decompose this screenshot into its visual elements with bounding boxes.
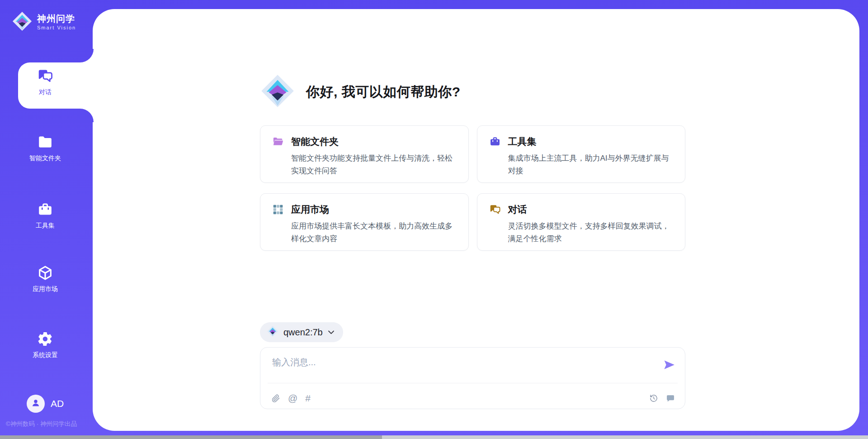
tab-concave-top: [79, 49, 94, 62]
diamond-logo-icon: [12, 11, 33, 33]
sidebar-item-label: 系统设置: [33, 351, 58, 359]
attachment-icon[interactable]: [271, 394, 280, 403]
composer-left-tools: @ #: [271, 393, 311, 403]
briefcase-icon: [489, 136, 501, 148]
hashtag-icon[interactable]: #: [305, 393, 311, 403]
model-selector[interactable]: qwen2:7b: [260, 322, 343, 342]
mention-icon[interactable]: @: [288, 393, 297, 403]
sidebar-item-label: 智能文件夹: [29, 154, 61, 162]
message-icon[interactable]: [666, 394, 675, 403]
card-title: 对话: [508, 203, 527, 216]
composer-divider: [268, 383, 678, 383]
gear-icon: [37, 331, 53, 347]
card-smart-folder[interactable]: 智能文件夹 智能文件夹功能支持批量文件上传与清洗，轻松实现文件问答: [260, 125, 469, 183]
send-button[interactable]: [662, 358, 676, 372]
sidebar-item-smart-folder[interactable]: 智能文件夹: [0, 134, 90, 162]
sidebar-item-app-market[interactable]: 应用市场: [0, 265, 90, 293]
feature-cards: 智能文件夹 智能文件夹功能支持批量文件上传与清洗，轻松实现文件问答 工具集 集成…: [260, 125, 685, 251]
chat-bubbles-icon: [37, 68, 53, 84]
card-title: 智能文件夹: [291, 135, 339, 148]
sidebar-item-label: 工具集: [36, 222, 55, 230]
horizontal-scrollbar[interactable]: [0, 435, 868, 439]
brand-logo: 神州问学 Smart Vision: [12, 11, 76, 33]
folder-icon: [37, 134, 53, 150]
user-profile[interactable]: AD: [0, 395, 90, 413]
main-content: 你好, 我可以如何帮助你? 智能文件夹 智能文件夹功能支持批量文件上传与清洗，轻…: [260, 74, 685, 409]
send-icon: [663, 358, 675, 371]
diamond-logo-icon: [267, 325, 278, 339]
card-description: 灵活切换多模型文件，支持多样回复效果调试，满足个性化需求: [508, 220, 674, 245]
diamond-logo-icon: [260, 73, 295, 110]
chat-bubbles-icon: [489, 204, 501, 215]
brand-name: 神州问学: [37, 14, 76, 24]
grid-icon: [272, 204, 284, 215]
sidebar-item-toolset[interactable]: 工具集: [0, 201, 90, 230]
message-composer: @ #: [260, 347, 685, 409]
sidebar-item-label: 应用市场: [33, 285, 58, 293]
greeting-title: 你好, 我可以如何帮助你?: [306, 83, 461, 101]
card-description: 智能文件夹功能支持批量文件上传与清洗，轻松实现文件问答: [291, 152, 457, 177]
card-title: 工具集: [508, 135, 537, 148]
toolbox-icon: [37, 201, 53, 218]
copyright-text: ©神州数码 · 神州问学出品: [6, 420, 96, 428]
card-description: 应用市场提供丰富长文本模板，助力高效生成多样化文章内容: [291, 220, 457, 245]
user-name: AD: [51, 398, 64, 409]
chevron-down-icon: [328, 328, 335, 336]
message-input[interactable]: [260, 348, 685, 379]
card-app-market[interactable]: 应用市场 应用市场提供丰富长文本模板，助力高效生成多样化文章内容: [260, 193, 469, 251]
card-title: 应用市场: [291, 203, 329, 216]
brand-subtitle: Smart Vision: [37, 25, 76, 30]
tab-concave-bottom: [79, 109, 94, 122]
card-chat[interactable]: 对话 灵活切换多模型文件，支持多样回复效果调试，满足个性化需求: [477, 193, 686, 251]
scrollbar-thumb[interactable]: [0, 435, 382, 439]
sidebar-item-chat[interactable]: 对话: [0, 68, 90, 96]
person-icon: [30, 397, 41, 410]
sidebar-item-settings[interactable]: 系统设置: [0, 331, 90, 359]
card-description: 集成市场上主流工具，助力AI与外界无缝扩展与对接: [508, 152, 674, 177]
avatar: [27, 395, 45, 413]
sidebar: 神州问学 Smart Vision 对话 智能文件夹: [0, 0, 93, 439]
cube-icon: [37, 265, 53, 281]
history-icon[interactable]: [649, 394, 658, 403]
sidebar-item-label: 对话: [39, 88, 52, 96]
folder-open-icon: [272, 136, 284, 148]
composer-right-tools: [649, 394, 675, 403]
model-name: qwen2:7b: [283, 327, 323, 338]
greeting-row: 你好, 我可以如何帮助你?: [260, 74, 685, 110]
card-toolset[interactable]: 工具集 集成市场上主流工具，助力AI与外界无缝扩展与对接: [477, 125, 686, 183]
